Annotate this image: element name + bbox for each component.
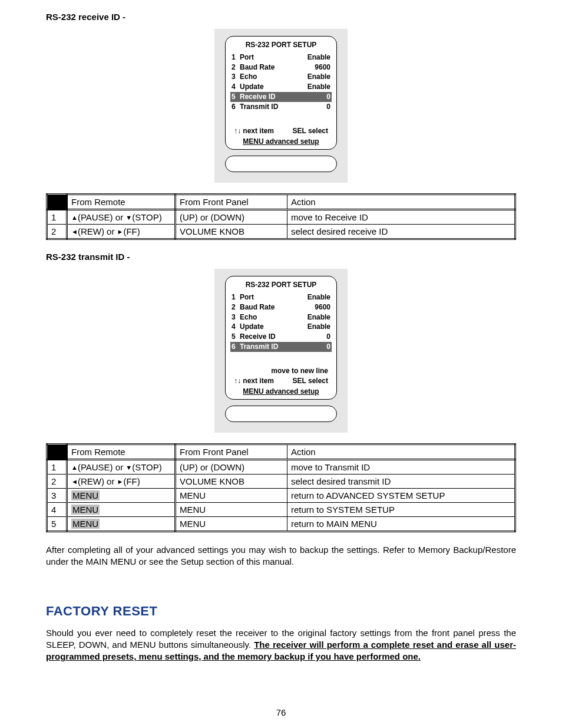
table-header-row: From Remote From Front Panel Action: [47, 444, 515, 460]
row-number: 3: [47, 489, 67, 503]
action-table-receive: From Remote From Front Panel Action 1▲(P…: [46, 193, 516, 240]
factory-reset-heading: FACTORY RESET: [46, 604, 516, 619]
lcd-row: 1PortEnable: [232, 52, 330, 62]
table-header-action: Action: [287, 195, 515, 210]
row-panel: MENU: [176, 517, 287, 532]
lcd-row-value: 9600: [309, 62, 330, 73]
lcd-row-label: Update: [240, 82, 308, 92]
lcd-row-label: Transmit ID: [240, 342, 309, 352]
table-header-blank: [47, 195, 67, 210]
row-action: return to ADVANCED SYSTEM SETUP: [287, 489, 515, 503]
row-number: 2: [47, 225, 67, 239]
table-row: 1▲(PAUSE) or ▼(STOP)(UP) or (DOWN)move t…: [47, 210, 515, 225]
lcd-row-value: 0: [309, 102, 330, 112]
row-panel: MENU: [176, 503, 287, 517]
row-number: 4: [47, 503, 67, 517]
row-remote: MENU: [67, 517, 176, 532]
row-number: 1: [47, 210, 67, 225]
lcd-title: RS-232 PORT SETUP: [230, 280, 332, 290]
lcd-hints: ↑↓ next item SEL select MENU advanced se…: [230, 126, 332, 147]
section-receive-id: RS-232 receive ID - RS-232 PORT SETUP 1P…: [46, 12, 516, 240]
row-action: select desired transmit ID: [287, 475, 515, 489]
row-panel: (UP) or (DOWN): [176, 460, 287, 475]
row-panel: MENU: [176, 489, 287, 503]
lcd-row-num: 3: [232, 72, 240, 82]
row-action: return to MAIN MENU: [287, 517, 515, 532]
row-remote: ▲(PAUSE) or ▼(STOP): [67, 210, 176, 225]
row-action: select desired receive ID: [287, 225, 515, 239]
table-body: 1▲(PAUSE) or ▼(STOP)(UP) or (DOWN)move t…: [47, 460, 515, 532]
lcd-row-value: 9600: [309, 302, 330, 312]
table-row: 2◄(REW) or ►(FF)VOLUME KNOBselect desire…: [47, 475, 515, 489]
lcd-row-label: Echo: [240, 72, 308, 82]
row-action: return to SYSTEM SETUP: [287, 503, 515, 517]
lcd-diagram-receive: RS-232 PORT SETUP 1PortEnable2Baud Rate9…: [214, 29, 348, 183]
table-row: 5MENUMENUreturn to MAIN MENU: [47, 517, 515, 532]
row-remote: MENU: [67, 489, 176, 503]
action-table-transmit: From Remote From Front Panel Action 1▲(P…: [46, 443, 516, 532]
lcd-row-value: Enable: [308, 292, 330, 302]
lcd-row-label: Port: [240, 52, 308, 62]
lcd-row-label: Transmit ID: [240, 102, 309, 112]
page-number: 76: [0, 707, 562, 717]
section-title: RS-232 transmit ID -: [46, 252, 516, 262]
lcd-row-label: Baud Rate: [240, 62, 309, 73]
lcd-hints: move to new line ↑↓ next item SEL select…: [230, 366, 332, 397]
lcd-row-num: 2: [232, 302, 240, 312]
lcd-row-num: 4: [232, 322, 240, 332]
lcd-row: 2Baud Rate9600: [232, 62, 330, 73]
table-row: 3MENUMENUreturn to ADVANCED SYSTEM SETUP: [47, 489, 515, 503]
lcd-row-label: Receive ID: [240, 92, 309, 102]
row-action: move to Transmit ID: [287, 460, 515, 475]
lcd-row-value: Enable: [308, 82, 330, 92]
lcd-row-label: Baud Rate: [240, 302, 309, 312]
lcd-row: 5Receive ID0: [230, 92, 332, 102]
lcd-row-label: Receive ID: [240, 332, 309, 342]
lcd-row-value: Enable: [308, 52, 330, 62]
lcd-small-box: [225, 406, 337, 422]
lcd-hint-menu: MENU advanced setup: [230, 137, 332, 147]
lcd-row-num: 5: [232, 332, 240, 342]
lcd-row-label: Echo: [240, 312, 308, 322]
lcd-rows: 1PortEnable2Baud Rate96003EchoEnable4Upd…: [230, 52, 332, 112]
row-panel: VOLUME KNOB: [176, 225, 287, 239]
row-remote: ▲(PAUSE) or ▼(STOP): [67, 460, 176, 475]
table-header-panel: From Front Panel: [176, 444, 287, 460]
lcd-title: RS-232 PORT SETUP: [230, 40, 332, 50]
lcd-hint-extra: move to new line: [230, 366, 332, 376]
table-header-remote: From Remote: [67, 195, 176, 210]
lcd-hint-menu: MENU advanced setup: [230, 387, 332, 397]
lcd-row: 2Baud Rate9600: [232, 302, 330, 312]
lcd-small-box: [225, 156, 337, 172]
lcd-row-num: 3: [232, 312, 240, 322]
lcd-row-num: 6: [232, 342, 240, 352]
table-header-row: From Remote From Front Panel Action: [47, 195, 515, 210]
lcd-row: 3EchoEnable: [232, 72, 330, 82]
lcd-row: 6Transmit ID0: [230, 342, 332, 352]
row-remote: ◄(REW) or ►(FF): [67, 225, 176, 239]
table-header-panel: From Front Panel: [176, 195, 287, 210]
lcd-rows: 1PortEnable2Baud Rate96003EchoEnable4Upd…: [230, 292, 332, 352]
lcd-row: 4UpdateEnable: [232, 322, 330, 332]
lcd-row-value: 0: [309, 342, 330, 352]
lcd-hint-right: SEL select: [293, 376, 328, 386]
lcd-row-label: Port: [240, 292, 308, 302]
row-number: 2: [47, 475, 67, 489]
table-header-remote: From Remote: [67, 444, 176, 460]
lcd-row-num: 4: [232, 82, 240, 92]
row-action: move to Receive ID: [287, 210, 515, 225]
lcd-row-num: 1: [232, 292, 240, 302]
lcd-row-value: Enable: [308, 322, 330, 332]
row-panel: VOLUME KNOB: [176, 475, 287, 489]
lcd-row: 4UpdateEnable: [232, 82, 330, 92]
row-number: 5: [47, 517, 67, 532]
lcd-row: 3EchoEnable: [232, 312, 330, 322]
lcd-row-value: Enable: [308, 312, 330, 322]
table-row: 2◄(REW) or ►(FF)VOLUME KNOBselect desire…: [47, 225, 515, 239]
lcd-screen: RS-232 PORT SETUP 1PortEnable2Baud Rate9…: [225, 276, 337, 400]
lcd-row: 5Receive ID0: [232, 332, 330, 342]
section-transmit-id: RS-232 transmit ID - RS-232 PORT SETUP 1…: [46, 252, 516, 532]
lcd-diagram-transmit: RS-232 PORT SETUP 1PortEnable2Baud Rate9…: [214, 269, 348, 433]
row-panel: (UP) or (DOWN): [176, 210, 287, 225]
lcd-row-num: 5: [232, 92, 240, 102]
